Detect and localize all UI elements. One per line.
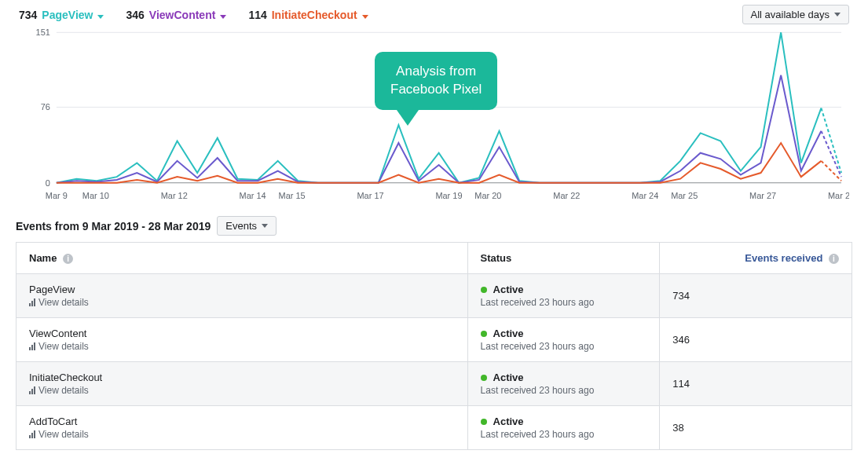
status-text: Active [493, 372, 524, 383]
view-details-link[interactable]: View details [29, 341, 455, 352]
cell-status: ActiveLast received 23 hours ago [467, 362, 660, 406]
svg-text:151: 151 [36, 27, 50, 37]
events-header: Events from 9 Mar 2019 - 28 Mar 2019 Eve… [0, 205, 868, 242]
metric-initiatecheckout[interactable]: 114InitiateCheckout [248, 9, 368, 21]
metric-label: InitiateCheckout [272, 9, 357, 21]
last-received-text: Last received 23 hours ago [481, 341, 647, 352]
last-received-text: Last received 23 hours ago [481, 385, 647, 396]
table-row: PageViewView detailsActiveLast received … [16, 274, 852, 318]
svg-text:Mar 27: Mar 27 [749, 191, 776, 200]
info-icon[interactable]: i [63, 254, 73, 264]
chevron-down-icon [220, 9, 226, 21]
cell-events-received: 734 [660, 274, 852, 318]
bars-icon [29, 386, 35, 394]
status-dot-icon [481, 419, 487, 425]
view-details-link[interactable]: View details [29, 297, 455, 308]
events-filter-dropdown[interactable]: Events [217, 216, 277, 236]
svg-text:Mar 24: Mar 24 [632, 191, 658, 200]
metric-label: ViewContent [149, 9, 216, 21]
events-filter-label: Events [225, 220, 257, 232]
cell-status: ActiveLast received 23 hours ago [467, 274, 660, 318]
cell-name: InitiateCheckoutView details [16, 362, 468, 406]
cell-name: ViewContentView details [16, 318, 468, 362]
events-title: Events from 9 Mar 2019 - 28 Mar 2019 [16, 220, 211, 233]
event-name: PageView [29, 284, 455, 295]
cell-events-received: 114 [660, 362, 852, 406]
status-text: Active [493, 328, 524, 339]
callout-line2: Facebook Pixel [390, 81, 482, 99]
metric-viewcontent[interactable]: 346ViewContent [126, 9, 226, 21]
callout-line1: Analysis from [390, 63, 482, 81]
svg-text:76: 76 [41, 102, 50, 112]
cell-status: ActiveLast received 23 hours ago [467, 406, 660, 450]
table-row: ViewContentView detailsActiveLast receiv… [16, 318, 852, 362]
event-name: AddToCart [29, 416, 455, 427]
info-icon[interactable]: i [829, 254, 839, 264]
callout-tail-icon [397, 110, 419, 126]
status-dot-icon [481, 287, 487, 293]
chevron-down-icon [362, 9, 368, 21]
table-row: AddToCartView detailsActiveLast received… [16, 406, 852, 450]
bars-icon [29, 430, 35, 438]
cell-name: PageViewView details [16, 274, 468, 318]
chevron-down-icon [834, 13, 841, 16]
svg-text:Mar 15: Mar 15 [279, 191, 306, 200]
table-row: InitiateCheckoutView detailsActiveLast r… [16, 362, 852, 406]
cell-status: ActiveLast received 23 hours ago [467, 318, 660, 362]
event-name: InitiateCheckout [29, 372, 455, 383]
svg-text:Mar 14: Mar 14 [240, 191, 266, 200]
svg-text:Mar 25: Mar 25 [671, 191, 698, 200]
metric-count: 346 [126, 9, 144, 21]
last-received-text: Last received 23 hours ago [481, 429, 647, 440]
metric-count: 114 [248, 9, 266, 21]
svg-text:0: 0 [46, 178, 50, 188]
svg-text:Mar 22: Mar 22 [553, 191, 580, 200]
svg-text:Mar 17: Mar 17 [357, 191, 383, 200]
svg-text:Mar 12: Mar 12 [161, 191, 188, 200]
chevron-down-icon [97, 9, 104, 21]
status-dot-icon [481, 375, 487, 381]
view-details-link[interactable]: View details [29, 429, 455, 440]
svg-text:Mar 29: Mar 29 [828, 191, 849, 200]
col-events-received[interactable]: Events received i [660, 243, 852, 274]
last-received-text: Last received 23 hours ago [481, 297, 647, 308]
cell-name: AddToCartView details [16, 406, 468, 450]
bars-icon [29, 298, 35, 306]
chart-container: 076151Mar 9Mar 10Mar 12Mar 14Mar 15Mar 1… [0, 24, 868, 205]
events-table: Name i Status Events received i PageView… [16, 242, 852, 450]
annotation-callout: Analysis from Facebook Pixel [375, 52, 497, 126]
metric-pageview[interactable]: 734PageView [19, 9, 104, 21]
svg-text:Mar 19: Mar 19 [435, 191, 462, 200]
chevron-down-icon [262, 224, 268, 228]
date-range-label: All available days [751, 9, 830, 20]
svg-text:Mar 9: Mar 9 [46, 191, 68, 200]
event-name: ViewContent [29, 328, 455, 339]
top-metrics-bar: 734PageView346ViewContent114InitiateChec… [0, 0, 868, 24]
status-dot-icon [481, 331, 487, 337]
svg-text:Mar 20: Mar 20 [474, 191, 501, 200]
status-text: Active [493, 416, 524, 427]
col-status: Status [467, 243, 660, 274]
cell-events-received: 38 [660, 406, 852, 450]
view-details-link[interactable]: View details [29, 385, 455, 396]
date-range-selector[interactable]: All available days [742, 5, 849, 24]
col-name: Name i [16, 243, 468, 274]
status-text: Active [493, 284, 524, 295]
svg-text:Mar 10: Mar 10 [82, 191, 109, 200]
cell-events-received: 346 [660, 318, 852, 362]
bars-icon [29, 342, 35, 350]
table-header-row: Name i Status Events received i [16, 243, 852, 274]
metric-count: 734 [19, 9, 37, 21]
metric-label: PageView [42, 9, 93, 21]
